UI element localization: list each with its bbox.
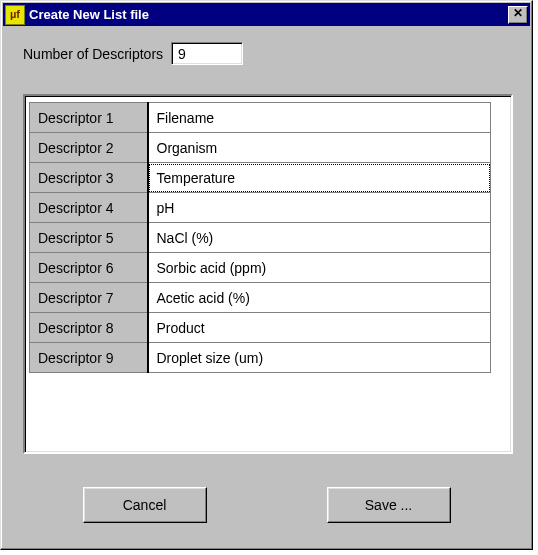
table-row: Descriptor 8Product [30,313,491,343]
app-icon: µf [5,5,25,25]
descriptor-label-cell: Descriptor 4 [30,193,148,223]
table-row: Descriptor 6Sorbic acid (ppm) [30,253,491,283]
save-button[interactable]: Save ... [327,487,451,523]
descriptor-label-cell: Descriptor 6 [30,253,148,283]
descriptor-value-cell[interactable]: Droplet size (um) [148,343,491,373]
table-row: Descriptor 2Organism [30,133,491,163]
descriptor-count-label: Number of Descriptors [23,46,163,62]
client-area: Number of Descriptors Descriptor 1Filena… [3,28,530,547]
descriptor-label-cell: Descriptor 2 [30,133,148,163]
descriptor-value-cell[interactable]: Acetic acid (%) [148,283,491,313]
descriptor-value-cell[interactable]: Organism [148,133,491,163]
descriptor-panel: Descriptor 1FilenameDescriptor 2Organism… [23,94,513,454]
title-bar: µf Create New List file ✕ [3,3,530,26]
descriptor-count-input[interactable] [171,42,243,65]
descriptor-count-row: Number of Descriptors [23,42,530,65]
descriptor-label-cell: Descriptor 7 [30,283,148,313]
descriptor-value-cell[interactable]: NaCl (%) [148,223,491,253]
table-row: Descriptor 3Temperature [30,163,491,193]
descriptor-table: Descriptor 1FilenameDescriptor 2Organism… [29,102,491,373]
descriptor-label-cell: Descriptor 3 [30,163,148,193]
descriptor-label-cell: Descriptor 5 [30,223,148,253]
table-row: Descriptor 7Acetic acid (%) [30,283,491,313]
descriptor-label-cell: Descriptor 1 [30,103,148,133]
descriptor-label-cell: Descriptor 9 [30,343,148,373]
table-row: Descriptor 9Droplet size (um) [30,343,491,373]
table-row: Descriptor 1Filename [30,103,491,133]
descriptor-value-cell[interactable]: Sorbic acid (ppm) [148,253,491,283]
cancel-button[interactable]: Cancel [83,487,207,523]
close-button[interactable]: ✕ [508,6,528,24]
descriptor-label-cell: Descriptor 8 [30,313,148,343]
button-bar: Cancel Save ... [3,487,530,523]
window-title: Create New List file [29,7,508,22]
table-row: Descriptor 4pH [30,193,491,223]
app-icon-text: µf [10,9,20,20]
dialog-window: µf Create New List file ✕ Number of Desc… [0,0,533,550]
close-icon: ✕ [513,6,523,20]
descriptor-value-cell[interactable]: pH [148,193,491,223]
descriptor-value-cell[interactable]: Filename [148,103,491,133]
descriptor-value-cell[interactable]: Temperature [148,163,491,193]
descriptor-value-cell[interactable]: Product [148,313,491,343]
table-row: Descriptor 5NaCl (%) [30,223,491,253]
